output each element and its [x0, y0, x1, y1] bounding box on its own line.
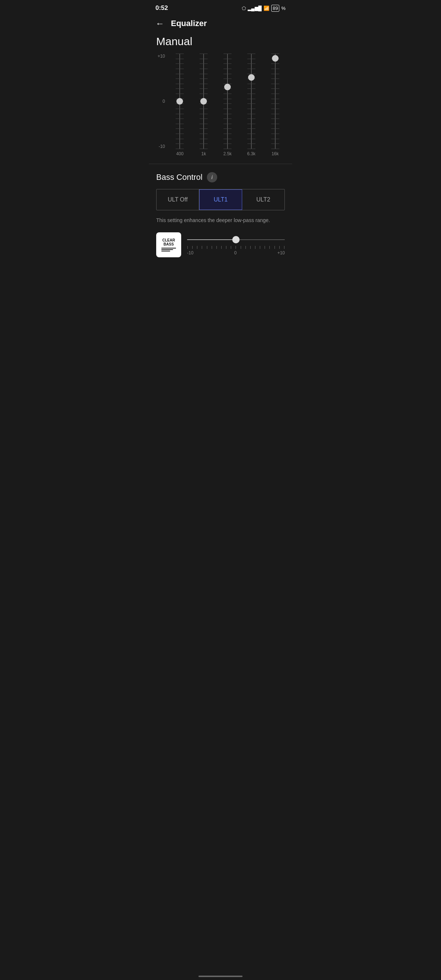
wifi-icon: 📶 — [264, 5, 269, 11]
eq-x-1k: 1k — [192, 151, 216, 156]
page-title: Equalizer — [171, 19, 207, 28]
eq-y-bot: -10 — [154, 144, 165, 149]
eq-band-400[interactable] — [168, 54, 192, 149]
ult2-button[interactable]: ULT2 — [242, 189, 284, 210]
battery-icon: 89 — [271, 5, 279, 12]
eq-thumb-6k3[interactable] — [248, 74, 255, 81]
eq-section: +10 0 -10 — [149, 54, 292, 164]
clear-bass-slider-wrap[interactable] — [187, 234, 285, 245]
clear-bass-label-max: +10 — [278, 250, 285, 255]
eq-band-track-1k[interactable] — [203, 54, 204, 149]
eq-band-ticks-2k5 — [224, 54, 232, 149]
eq-band-track-16k[interactable] — [275, 54, 276, 149]
clear-bass-logo-line-1 — [161, 248, 176, 248]
eq-thumb-2k5[interactable] — [224, 84, 231, 90]
clear-bass-slider-fill — [187, 239, 236, 240]
header: ← Equalizer — [149, 15, 292, 32]
clear-bass-label-mid: 0 — [234, 250, 236, 255]
status-time: 0:52 — [155, 5, 168, 12]
back-button[interactable]: ← — [155, 18, 164, 29]
eq-band-16k[interactable] — [263, 54, 287, 149]
eq-x-labels: 400 1k 2.5k 6.3k 16k — [154, 149, 287, 156]
ult-buttons: ULT Off ULT1 ULT2 — [156, 189, 285, 210]
clear-bass-logo-line-2 — [161, 249, 173, 250]
battery-percent: % — [281, 5, 286, 11]
mode-label: Manual — [149, 32, 292, 54]
bass-control-header: Bass Control i — [156, 172, 285, 183]
clear-bass-ticks — [187, 246, 285, 249]
clear-bass-thumb[interactable] — [232, 236, 240, 243]
eq-x-16k: 16k — [263, 151, 287, 156]
eq-y-mid: 0 — [154, 99, 165, 104]
signal-icon: ▂▄▆█ — [248, 5, 262, 11]
eq-x-2k5: 2.5k — [216, 151, 240, 156]
clear-bass-logo-text: CLEAR BASS — [163, 238, 175, 246]
clear-bass-logo: CLEAR BASS — [156, 232, 181, 257]
bass-control-section: Bass Control i ULT Off ULT1 ULT2 This se… — [149, 164, 292, 268]
clear-bass-row: CLEAR BASS — [156, 232, 285, 257]
eq-chart: +10 0 -10 — [154, 54, 287, 149]
eq-thumb-1k[interactable] — [200, 98, 207, 105]
clear-bass-slider-container: -10 0 +10 — [187, 234, 285, 255]
eq-band-2k5[interactable] — [216, 54, 240, 149]
status-icons: ⬠ ▂▄▆█ 📶 89 % — [242, 5, 286, 12]
ult-off-button[interactable]: ULT Off — [157, 189, 199, 210]
clear-bass-slider-labels: -10 0 +10 — [187, 250, 285, 255]
status-bar: 0:52 ⬠ ▂▄▆█ 📶 89 % — [149, 0, 292, 15]
eq-band-track-2k5[interactable] — [227, 54, 228, 149]
info-icon[interactable]: i — [207, 172, 217, 183]
eq-band-6k3[interactable] — [239, 54, 263, 149]
spacer — [149, 268, 292, 342]
eq-x-6k3: 6.3k — [239, 151, 263, 156]
bluetooth-icon: ⬠ — [242, 5, 246, 11]
eq-thumb-400[interactable] — [176, 98, 183, 105]
ult-description: This setting enhances the deeper low-pas… — [156, 217, 285, 224]
clear-bass-slider-track[interactable] — [187, 239, 285, 240]
eq-thumb-16k[interactable] — [272, 55, 278, 62]
eq-y-top: +10 — [154, 54, 165, 59]
eq-sliders-area — [168, 54, 287, 149]
eq-band-1k[interactable] — [192, 54, 216, 149]
clear-bass-logo-line-3 — [161, 251, 170, 251]
bass-control-title: Bass Control — [156, 172, 203, 182]
clear-bass-logo-lines — [161, 248, 176, 251]
eq-x-400: 400 — [168, 151, 192, 156]
clear-bass-label-min: -10 — [187, 250, 193, 255]
eq-band-ticks-16k — [271, 54, 279, 149]
eq-y-labels: +10 0 -10 — [154, 54, 168, 149]
eq-band-track-6k3[interactable] — [251, 54, 252, 149]
eq-band-track-400[interactable] — [179, 54, 180, 149]
ult1-button[interactable]: ULT1 — [199, 189, 242, 210]
eq-band-ticks-6k3 — [247, 54, 256, 149]
